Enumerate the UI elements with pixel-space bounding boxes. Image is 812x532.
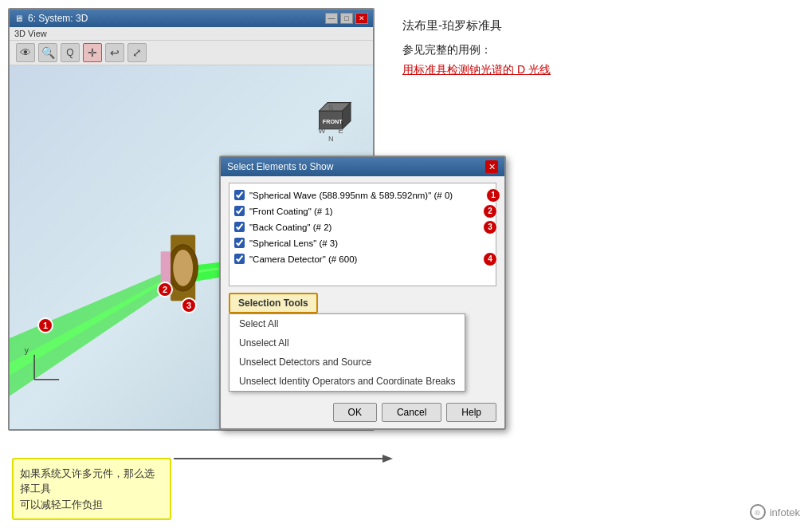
dialog-buttons: OK Cancel Help [229, 400, 496, 422]
item-badge-1: 1 [486, 188, 500, 203]
checkbox-label-3: "Spherical Lens" (# 3) [249, 238, 338, 248]
window-title-icon: 🖥 [14, 14, 23, 23]
dropdown-unselect-detectors[interactable]: Unselect Detectors and Source [229, 353, 465, 372]
annotation-title-line1: 法布里-珀罗标准具 [402, 16, 796, 35]
checkbox-label-4: "Camera Detector" (# 600) [249, 254, 357, 264]
ok-button[interactable]: OK [333, 403, 377, 422]
annotation-text: 如果系统又许多元件，那么选择工具可以减轻工作负担 [20, 467, 155, 510]
scene-badge-1: 1 [37, 317, 53, 333]
item-badge-2: 2 [483, 204, 497, 219]
checkbox-item-3: "Spherical Lens" (# 3) [234, 236, 491, 250]
window-title-label: 6: System: 3D [28, 13, 88, 24]
checkbox-1[interactable] [234, 206, 245, 216]
checkbox-0[interactable] [234, 190, 245, 200]
selection-tools-container: Selection Tools Select All Unselect All … [229, 293, 496, 313]
checkbox-list: "Spherical Wave (588.995nm & 589.592nm)"… [229, 183, 496, 286]
minimize-button[interactable]: — [325, 13, 338, 24]
svg-text:y: y [25, 346, 29, 355]
checkbox-label-1: "Front Coating" (# 1) [249, 207, 333, 216]
checkbox-4[interactable] [234, 254, 245, 264]
svg-text:S: S [328, 104, 333, 112]
checkbox-item-1: "Front Coating" (# 1) 2 [234, 204, 491, 218]
selection-tools-dropdown: Select All Unselect All Unselect Detecto… [229, 313, 465, 392]
dropdown-unselect-identity[interactable]: Unselect Identity Operators and Coordina… [229, 372, 465, 391]
item-badge-3: 3 [483, 220, 497, 234]
dialog-body: "Spherical Wave (588.995nm & 589.592nm)"… [221, 176, 504, 428]
help-button[interactable]: Help [446, 403, 496, 422]
svg-marker-21 [382, 455, 393, 463]
annotation-subtitle: 参见完整的用例： [402, 43, 796, 57]
toolbar-row: 👁 🔍 Q ✛ ↩ ⤢ [10, 41, 373, 65]
toolbar-zoom-icon[interactable]: Q [61, 43, 80, 62]
annotation-box: 如果系统又许多元件，那么选择工具可以减轻工作负担 [12, 458, 171, 521]
window-titlebar: 🖥 6: System: 3D — □ ✕ [10, 10, 373, 27]
window-title-text: 🖥 6: System: 3D [14, 13, 88, 24]
cancel-button[interactable]: Cancel [382, 403, 441, 422]
toolbar-undo-icon[interactable]: ↩ [105, 43, 124, 62]
annotation-arrow [174, 453, 393, 468]
toolbar-pan-icon[interactable]: ✛ [83, 43, 102, 62]
svg-point-6 [173, 250, 193, 286]
menu-3d-view[interactable]: 3D View [14, 29, 47, 38]
toolbar-fullscreen-icon[interactable]: ⤢ [127, 43, 147, 62]
svg-text:W: W [319, 127, 326, 135]
checkbox-item-4: "Camera Detector" (# 600) 4 [234, 252, 491, 266]
checkbox-2[interactable] [234, 222, 245, 232]
item-badge-4: 4 [483, 252, 497, 266]
annotation-link[interactable]: 用标准具检测钠光谱的 D 光线 [402, 63, 551, 76]
selection-tools-row: Selection Tools [229, 293, 496, 313]
select-elements-dialog: Select Elements to Show ✕ "Spherical Wav… [219, 156, 506, 430]
checkbox-item-2: "Back Coating" (# 2) 3 [234, 220, 491, 234]
infotek-watermark: ◎ infotek [750, 504, 800, 520]
svg-text:N: N [328, 135, 334, 143]
window-controls: — □ ✕ [325, 13, 368, 24]
maximize-button[interactable]: □ [340, 13, 353, 24]
dropdown-select-all[interactable]: Select All [229, 314, 465, 333]
dropdown-unselect-all[interactable]: Unselect All [229, 333, 465, 353]
checkbox-item-0: "Spherical Wave (588.995nm & 589.592nm)"… [234, 188, 491, 202]
toolbar-eye-icon[interactable]: 👁 [16, 43, 35, 62]
scene-badge-2: 2 [157, 282, 173, 298]
main-container: 🖥 6: System: 3D — □ ✕ 3D View 👁 🔍 Q ✛ ↩ [0, 0, 812, 532]
svg-text:FRONT: FRONT [323, 118, 343, 125]
selection-tools-button[interactable]: Selection Tools [229, 293, 318, 313]
checkbox-3[interactable] [234, 238, 245, 248]
checkbox-label-2: "Back Coating" (# 2) [249, 223, 331, 232]
infotek-logo-icon: ◎ [750, 504, 766, 520]
dialog-titlebar: Select Elements to Show ✕ [221, 157, 504, 176]
svg-text:E: E [338, 127, 343, 135]
scene-badge-3: 3 [181, 298, 197, 313]
window-menubar: 3D View [10, 27, 373, 41]
close-button[interactable]: ✕ [355, 13, 368, 24]
toolbar-zoom-fit-icon[interactable]: 🔍 [38, 43, 57, 62]
checkbox-label-0: "Spherical Wave (588.995nm & 589.592nm)"… [249, 191, 453, 200]
dialog-title-label: Select Elements to Show [227, 161, 333, 172]
dialog-close-button[interactable]: ✕ [485, 160, 498, 173]
infotek-label: infotek [770, 506, 800, 518]
